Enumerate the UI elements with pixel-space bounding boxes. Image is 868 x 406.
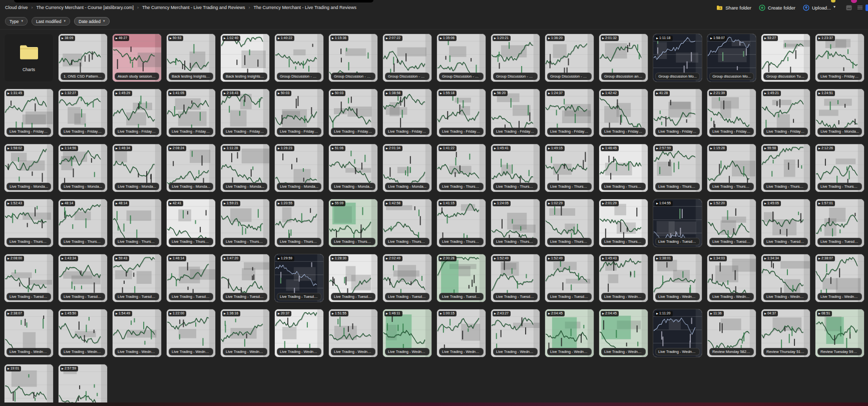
video-file-card[interactable]: ▶ 1:11:28 Live Trading - Monda... bbox=[220, 144, 270, 192]
video-file-card[interactable]: ▶ 59:43 Live Trading - Tuesday... bbox=[112, 254, 162, 302]
video-file-card[interactable]: ▶ 38:09 1. ONS CSD Pattern ... bbox=[58, 34, 108, 82]
video-file-card[interactable]: ▶ 1:15:28 Live Trading - Thursda... bbox=[707, 144, 756, 192]
video-file-card[interactable]: ▶ 1:20:21 Group Discussion - Tu... bbox=[491, 34, 540, 82]
filter-pill[interactable]: Date added ▾ bbox=[74, 17, 109, 26]
video-file-card[interactable]: ▶ 2:01:29 Live Trading - Thursda... bbox=[599, 199, 648, 247]
video-file-card[interactable]: ▶ 55:58 Live Trading - Thursda... bbox=[761, 144, 810, 192]
breadcrumb-item[interactable]: Cloud drive bbox=[5, 5, 28, 10]
video-file-card[interactable]: ▶ 48:14 Live Trading - Thursda... bbox=[112, 199, 162, 247]
list-view-icon[interactable] bbox=[857, 5, 863, 10]
edge-blue-toggle[interactable] bbox=[865, 5, 868, 11]
video-file-card[interactable]: ▶ 55:09 Live Trading - Thursda... bbox=[328, 199, 378, 247]
video-file-card[interactable]: ▶ 1:24:05 Live Trading - Thursda... bbox=[491, 199, 540, 247]
video-file-card[interactable]: ▶ 2:18:43 Live Trading - Friday (... bbox=[220, 89, 270, 137]
filter-pill[interactable]: Last modified ▾ bbox=[32, 17, 70, 26]
video-file-card[interactable]: ▶ 1:38:01 Live Trading - Wednes... bbox=[653, 254, 702, 302]
video-file-card[interactable]: ▶ 2:08:24 Live Trading - Monda... bbox=[166, 144, 216, 192]
video-file-card[interactable]: ▶ 51:06 Live Trading - Monda... bbox=[328, 144, 378, 192]
video-file-card[interactable]: ▶ 08:51 Review Tuesday 5920... bbox=[815, 309, 864, 357]
video-file-card[interactable]: ▶ 1:24:51 Live Trading - Monda... bbox=[815, 89, 864, 137]
video-file-card[interactable]: ▶ 50:53 Back testing Insights- ... bbox=[166, 34, 216, 82]
video-file-card[interactable]: ▶ 1:34:34 Live Trading - Wednes... bbox=[761, 254, 810, 302]
video-file-card[interactable]: ▶ 2:38:07 Live Trading - Wednes... bbox=[4, 309, 54, 357]
video-file-card[interactable]: ▶ 2:04:45 Live Trading - Wednes... bbox=[599, 309, 648, 357]
video-file-card[interactable]: ▶ 1:00:15 Live Trading - Wednes... bbox=[437, 309, 486, 357]
video-file-card[interactable]: ▶ 2:30:28 Live Trading - Tuesday... bbox=[437, 254, 486, 302]
video-file-card[interactable]: ▶ 1:42:58 Live Trading - Thursda... bbox=[382, 199, 432, 247]
video-file-card[interactable]: ▶ 1:42:42 Live Trading - Friday (... bbox=[599, 89, 648, 137]
video-file-card[interactable]: ▶ 2:12:26 Live Trading - Thursda... bbox=[815, 144, 864, 192]
video-file-card[interactable]: ▶ 1:34:03 Live Trading - Wednes... bbox=[707, 254, 756, 302]
video-file-card[interactable]: ▶ 2:01:32 Group discussion and ... bbox=[599, 34, 648, 82]
video-file-card[interactable]: ▶ 1:59:21 Live Trading - Thursda... bbox=[220, 199, 270, 247]
video-file-card[interactable]: ▶ 1:58:07 Group discussion Mo... bbox=[707, 34, 756, 82]
video-file-card[interactable]: ▶ 1:11:18 Group discussion Mo... bbox=[653, 34, 702, 82]
video-file-card[interactable]: ▶ 53:27 Group discussion Tue... bbox=[761, 34, 810, 82]
video-file-card[interactable]: ▶ 1:57:01 Live Trading - Tuesday... bbox=[815, 199, 864, 247]
video-file-card[interactable]: ▶ 1:20:55 Live Trading - Thursda... bbox=[274, 199, 324, 247]
video-file-card[interactable]: ▶ 56:20 Live Trading - Friday (... bbox=[491, 89, 540, 137]
video-file-card[interactable]: ▶ 1:58:02 Live Trading - Monda... bbox=[4, 144, 54, 192]
video-file-card[interactable]: ▶ 1:28:30 Live Trading - Tuesday... bbox=[328, 254, 378, 302]
video-file-card[interactable]: ▶ 2:07:22 Group Discussion - M... bbox=[382, 34, 432, 82]
video-file-card[interactable]: ▶ 2:04:45 Live Trading - Wednes... bbox=[545, 309, 594, 357]
video-file-card[interactable]: ▶ 1:14:56 Live Trading - Monda... bbox=[58, 144, 108, 192]
video-file-card[interactable]: ▶ 1:49:15 Live Trading - Thursda... bbox=[545, 144, 594, 192]
video-file-card[interactable]: ▶ 1:38:58 Live Trading - Friday (... bbox=[382, 89, 432, 137]
breadcrumb-item[interactable]: The Currency Merchant - Live Trading and… bbox=[142, 5, 245, 10]
video-file-card[interactable]: ▶ 1:46:11 Live Trading - Wednes... bbox=[382, 309, 432, 357]
share-folder-button[interactable]: Share folder bbox=[716, 5, 751, 11]
video-file-card[interactable]: ▶ 2:57:59 Live Trading - Thursda... bbox=[653, 144, 702, 192]
folder-card[interactable]: Charts bbox=[4, 34, 54, 82]
video-file-card[interactable]: ▶ 1:45:41 Live Trading - Thursda... bbox=[491, 144, 540, 192]
video-file-card[interactable]: ▶ 2:38:07 Live Trading - Wednes... bbox=[815, 254, 864, 302]
video-file-card[interactable]: ▶ 50:03 Live Trading - Friday (... bbox=[328, 89, 378, 137]
video-file-card[interactable]: ▶ 2:57:59 tmpv_423996169427... bbox=[58, 364, 108, 406]
video-file-card[interactable]: ▶ 1:04:55 Live Trading - Tuesday... bbox=[653, 199, 702, 247]
video-file-card[interactable]: ▶ 1:11:20 Live Trading - Wednes... bbox=[653, 309, 702, 357]
filter-pill[interactable]: Type ▾ bbox=[5, 17, 28, 26]
video-file-card[interactable]: ▶ 1:15:36 Group Discussion - M... bbox=[328, 34, 378, 82]
video-file-card[interactable]: ▶ 48:14 Live Trading - Thursda... bbox=[58, 199, 108, 247]
video-file-card[interactable]: ▶ 1:32:27 Live Trading - Friday (... bbox=[58, 89, 108, 137]
video-file-card[interactable]: ▶ 19:01 Review Wednesday 5... bbox=[4, 364, 54, 406]
create-folder-button[interactable]: Create folder bbox=[759, 5, 795, 11]
video-file-card[interactable]: ▶ 1:52:20 Live Trading - Tuesday... bbox=[707, 199, 756, 247]
video-file-card[interactable]: ▶ 41:28 Live Trading - Friday (... bbox=[653, 89, 702, 137]
breadcrumb-item[interactable]: The Currency Merchant - Live Trading and… bbox=[254, 5, 357, 10]
video-file-card[interactable]: ▶ 2:43:27 Live Trading - Wednes... bbox=[491, 309, 540, 357]
video-file-card[interactable]: ▶ 1:47:20 Live Trading - Tuesday... bbox=[220, 254, 270, 302]
upload-chevron-down-icon[interactable]: ▾ bbox=[833, 5, 835, 9]
video-file-card[interactable]: ▶ 1:52:49 Live Trading - Tuesday... bbox=[491, 254, 540, 302]
upload-button[interactable]: Upload... ▾ bbox=[803, 5, 835, 11]
video-file-card[interactable]: ▶ 2:08:00 Live Trading - Tuesday... bbox=[4, 254, 54, 302]
video-file-card[interactable]: ▶ 1:55:18 Live Trading - Friday (... bbox=[437, 89, 486, 137]
video-file-card[interactable]: ▶ 1:45:50 Live Trading - Wednes... bbox=[58, 309, 108, 357]
video-file-card[interactable]: ▶ 1:43:34 Live Trading - Tuesday... bbox=[58, 254, 108, 302]
video-file-card[interactable]: ▶ 1:24:37 Live Trading - Friday (... bbox=[545, 89, 594, 137]
video-file-card[interactable]: ▶ 1:52:49 Live Trading - Tuesday... bbox=[545, 254, 594, 302]
video-file-card[interactable]: ▶ 1:52:43 Live Trading - Thursda... bbox=[4, 199, 54, 247]
video-file-card[interactable]: ▶ 11:36 Review Monday 5820... bbox=[707, 309, 756, 357]
video-file-card[interactable]: ▶ 1:45:43 Live Trading - Wednes... bbox=[599, 254, 648, 302]
video-file-card[interactable]: ▶ 1:36:20 Group Discussion - Tu... bbox=[545, 34, 594, 82]
video-file-card[interactable]: ▶ 1:23:37 Live Trading - Friday (... bbox=[815, 34, 864, 82]
video-file-card[interactable]: ▶ 04:37 Review Thursday 510... bbox=[761, 309, 810, 357]
video-file-card[interactable]: ▶ 1:46:34 Live Trading - Monda... bbox=[112, 144, 162, 192]
grid-view-icon[interactable] bbox=[846, 5, 852, 11]
breadcrumb-item[interactable]: The Currency Merchant - Course [atslibra… bbox=[37, 5, 134, 10]
video-file-card[interactable]: ▶ 2:02:49 Live Trading - Tuesday... bbox=[382, 254, 432, 302]
video-file-card[interactable]: ▶ 50:03 Live Trading - Friday (... bbox=[274, 89, 324, 137]
video-file-card[interactable]: ▶ 1:36:16 Live Trading - Wednes... bbox=[220, 309, 270, 357]
video-file-card[interactable]: ▶ 42:41 Live Trading - Thursda... bbox=[166, 199, 216, 247]
video-file-card[interactable]: ▶ 1:40:22 Group Discussion - Fr... bbox=[274, 34, 324, 82]
video-file-card[interactable]: ▶ 1:45:29 Live Trading - Friday (... bbox=[112, 89, 162, 137]
video-file-card[interactable]: ▶ 2:21:39 Live Trading - Friday (... bbox=[707, 89, 756, 137]
video-file-card[interactable]: ▶ 1:41:05 Live Trading - Friday (... bbox=[166, 89, 216, 137]
video-file-card[interactable]: ▶ 1:35:06 Group Discussion - Su... bbox=[437, 34, 486, 82]
video-file-card[interactable]: ▶ 1:54:49 Live Trading - Wednes... bbox=[112, 309, 162, 357]
video-file-card[interactable]: ▶ 1:45:05 Live Trading - Tuesday... bbox=[761, 199, 810, 247]
video-file-card[interactable]: ▶ 1:41:15 Live Trading - Thursda... bbox=[437, 199, 486, 247]
video-file-card[interactable]: ▶ 1:41:22 Live Trading - Thursda... bbox=[437, 144, 486, 192]
video-file-card[interactable]: ▶ 1:02:29 Live Trading - Thursda... bbox=[545, 199, 594, 247]
